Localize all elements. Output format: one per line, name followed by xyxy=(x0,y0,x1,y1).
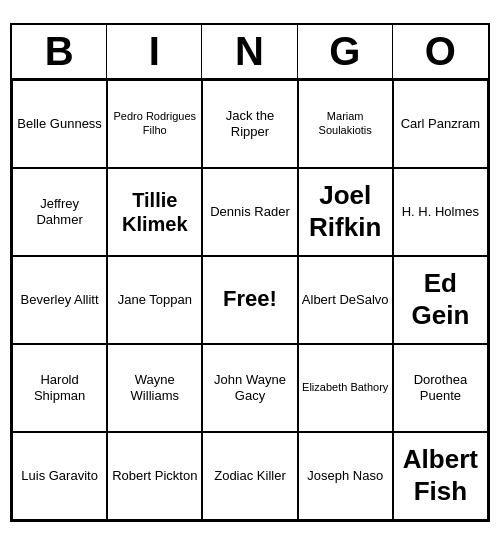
bingo-cell: Luis Garavito xyxy=(12,432,107,520)
header-letter: I xyxy=(107,25,202,78)
header-letter: B xyxy=(12,25,107,78)
bingo-cell: Beverley Allitt xyxy=(12,256,107,344)
bingo-cell: John Wayne Gacy xyxy=(202,344,297,432)
bingo-cell: Tillie Klimek xyxy=(107,168,202,256)
bingo-cell: Dorothea Puente xyxy=(393,344,488,432)
header-letter: G xyxy=(298,25,393,78)
bingo-cell: Jack the Ripper xyxy=(202,80,297,168)
header-letter: N xyxy=(202,25,297,78)
bingo-cell: Albert DeSalvo xyxy=(298,256,393,344)
bingo-grid: Belle GunnessPedro Rodrigues FilhoJack t… xyxy=(12,80,488,520)
bingo-cell: Dennis Rader xyxy=(202,168,297,256)
bingo-cell: Ed Gein xyxy=(393,256,488,344)
bingo-cell: Pedro Rodrigues Filho xyxy=(107,80,202,168)
header-letter: O xyxy=(393,25,488,78)
bingo-cell: Wayne Williams xyxy=(107,344,202,432)
bingo-cell: Joseph Naso xyxy=(298,432,393,520)
bingo-cell: Harold Shipman xyxy=(12,344,107,432)
bingo-card: BINGO Belle GunnessPedro Rodrigues Filho… xyxy=(10,23,490,522)
bingo-cell: Jane Toppan xyxy=(107,256,202,344)
bingo-cell: Joel Rifkin xyxy=(298,168,393,256)
bingo-cell: Albert Fish xyxy=(393,432,488,520)
bingo-cell: Free! xyxy=(202,256,297,344)
bingo-cell: Robert Pickton xyxy=(107,432,202,520)
bingo-cell: Belle Gunness xyxy=(12,80,107,168)
bingo-cell: Carl Panzram xyxy=(393,80,488,168)
bingo-cell: H. H. Holmes xyxy=(393,168,488,256)
bingo-cell: Elizabeth Bathory xyxy=(298,344,393,432)
bingo-header: BINGO xyxy=(12,25,488,80)
bingo-cell: Zodiac Killer xyxy=(202,432,297,520)
bingo-cell: Mariam Soulakiotis xyxy=(298,80,393,168)
bingo-cell: Jeffrey Dahmer xyxy=(12,168,107,256)
